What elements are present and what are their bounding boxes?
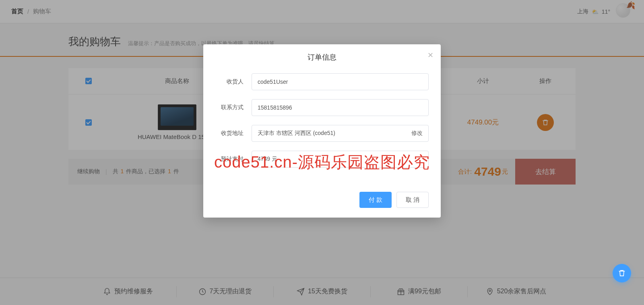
pay-button[interactable]: 付 款 xyxy=(359,192,392,208)
estimate-input[interactable] xyxy=(252,151,429,168)
address-field[interactable]: 天津市 市辖区 河西区 (code51) 修改 xyxy=(252,125,429,142)
order-info-modal: ✕ 订单信息 收货人 联系方式 收货地址 天津市 市辖区 河西区 (code51… xyxy=(203,44,441,218)
address-modify-link[interactable]: 修改 xyxy=(411,130,423,137)
modal-close-button[interactable]: ✕ xyxy=(427,51,433,60)
cancel-button[interactable]: 取 消 xyxy=(396,192,429,208)
address-value: 天津市 市辖区 河西区 (code51) xyxy=(258,130,335,137)
contact-input[interactable] xyxy=(252,99,429,116)
floating-trash-button[interactable] xyxy=(613,264,631,282)
contact-label: 联系方式 xyxy=(215,104,252,111)
consignee-input[interactable] xyxy=(252,73,429,90)
modal-overlay[interactable]: ✕ 订单信息 收货人 联系方式 收货地址 天津市 市辖区 河西区 (code51… xyxy=(0,0,644,305)
close-icon: ✕ xyxy=(427,51,433,59)
address-label: 收货地址 xyxy=(215,130,252,137)
trash-icon xyxy=(618,269,626,277)
estimate-label: 预计支付 xyxy=(215,156,252,163)
modal-title: 订单信息 xyxy=(215,52,429,62)
consignee-label: 收货人 xyxy=(215,78,252,85)
